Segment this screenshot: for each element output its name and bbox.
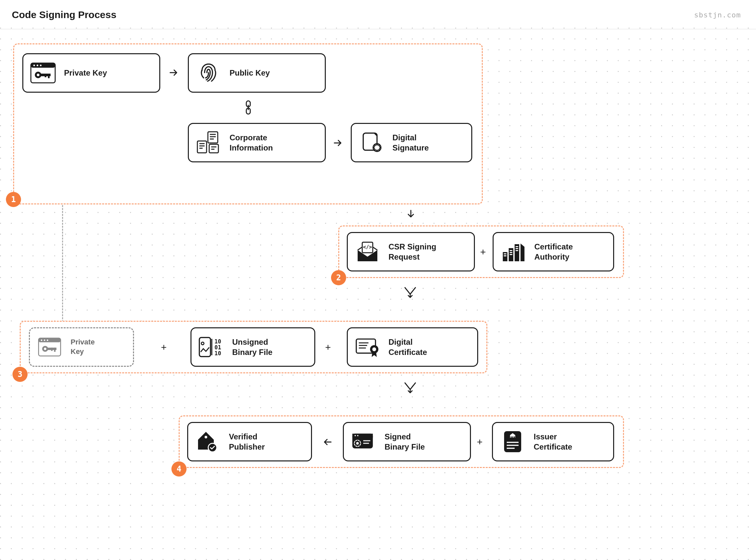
svg-point-42: [44, 339, 45, 341]
svg-point-66: [357, 435, 358, 436]
svg-rect-32: [504, 255, 506, 256]
merge-arrow-down-icon: [402, 284, 418, 300]
node-digital-certificate: DigitalCertificate: [347, 327, 478, 367]
svg-point-41: [41, 339, 42, 341]
svg-rect-21: [209, 144, 218, 153]
node-label: CorporateInformation: [230, 133, 273, 153]
badge-2: 2: [331, 270, 346, 285]
svg-rect-33: [510, 250, 512, 251]
arrow-right-icon: [167, 68, 181, 78]
svg-rect-36: [516, 246, 518, 247]
svg-rect-47: [54, 348, 56, 352]
header: Code Signing Process sbstjn.com: [0, 0, 756, 29]
svg-rect-31: [504, 253, 506, 254]
plus-symbol: +: [325, 342, 331, 353]
node-public-key: Public Key: [188, 53, 326, 93]
svg-point-6: [37, 74, 39, 76]
node-verified-publisher: VerifiedPublisher: [187, 422, 312, 461]
page-title: Code Signing Process: [12, 9, 116, 20]
svg-rect-9: [45, 74, 46, 77]
certificate-icon: [354, 334, 381, 360]
svg-point-43: [47, 339, 48, 341]
svg-point-61: [205, 436, 207, 438]
svg-text:</>: </>: [363, 244, 372, 250]
link-icon: [242, 99, 255, 116]
node-label: IssuerCertificate: [534, 432, 572, 452]
svg-rect-13: [208, 132, 218, 143]
svg-point-45: [44, 348, 46, 350]
svg-point-70: [356, 442, 359, 445]
arrow-right-icon: [332, 138, 345, 148]
watermark: sbstjn.com: [694, 11, 741, 19]
fingerprint-icon: [195, 60, 222, 86]
node-label: PrivateKey: [70, 338, 94, 356]
key-icon: [37, 334, 63, 360]
badge-3: 3: [13, 367, 27, 382]
svg-text:10: 10: [214, 350, 221, 357]
svg-rect-74: [514, 436, 515, 438]
svg-rect-34: [510, 252, 512, 253]
node-label: CertificateAuthority: [534, 242, 573, 262]
node-digital-signature: DigitalSignature: [351, 123, 472, 162]
svg-rect-17: [197, 141, 207, 153]
binary-file-icon: 100110: [198, 334, 224, 360]
badge-1: 1: [6, 192, 21, 207]
svg-text:10: 10: [214, 338, 221, 345]
svg-rect-48: [51, 348, 53, 351]
building-docs-icon: [195, 129, 222, 156]
node-private-key-ghost: PrivateKey: [29, 327, 134, 367]
merge-arrow-down-icon: [402, 379, 418, 396]
node-label: UnsignedBinary File: [232, 337, 273, 357]
node-label: SignedBinary File: [384, 432, 425, 452]
signature-doc-icon: [358, 129, 384, 156]
node-label: DigitalSignature: [393, 133, 429, 153]
node-label: VerifiedPublisher: [229, 432, 265, 452]
svg-rect-35: [510, 254, 512, 255]
envelope-code-icon: </>: [354, 239, 381, 265]
node-signed-binary: SignedBinary File: [343, 422, 471, 461]
node-label: DigitalCertificate: [388, 337, 427, 357]
node-unsigned-binary: 100110 UnsignedBinary File: [190, 327, 315, 367]
svg-point-50: [201, 342, 204, 345]
verified-tag-icon: [195, 428, 221, 455]
key-icon: [30, 60, 56, 86]
authority-building-icon: [500, 239, 526, 265]
svg-point-3: [37, 65, 38, 66]
arrow-down-icon: [406, 208, 416, 221]
svg-rect-8: [48, 74, 49, 78]
node-csr: </> CSR SigningRequest: [347, 232, 475, 272]
svg-text:01: 01: [214, 344, 221, 351]
svg-rect-49: [200, 338, 211, 357]
svg-rect-38: [516, 250, 518, 251]
svg-rect-73: [512, 436, 513, 438]
node-certificate-authority: CertificateAuthority: [492, 232, 614, 272]
badge-4: 4: [171, 461, 187, 477]
svg-rect-37: [516, 248, 518, 249]
svg-point-60: [373, 347, 376, 351]
signed-card-icon: [351, 428, 377, 455]
svg-point-65: [355, 435, 356, 436]
node-label: Public Key: [230, 68, 270, 78]
issuer-doc-icon: [500, 428, 526, 455]
plus-symbol: +: [161, 342, 167, 353]
node-corporate-info: CorporateInformation: [188, 123, 326, 162]
node-private-key: Private Key: [22, 53, 160, 93]
arrow-left-icon: [320, 437, 334, 447]
node-issuer-certificate: IssuerCertificate: [492, 422, 614, 461]
svg-point-2: [34, 65, 35, 66]
node-label: Private Key: [64, 68, 107, 78]
plus-symbol: +: [477, 436, 483, 447]
node-label: CSR SigningRequest: [388, 242, 436, 262]
plus-symbol: +: [480, 246, 486, 258]
diagram-canvas: 1 Private Key Public Key CorporateInform…: [0, 27, 756, 560]
svg-point-4: [40, 65, 42, 66]
svg-rect-72: [511, 436, 512, 438]
